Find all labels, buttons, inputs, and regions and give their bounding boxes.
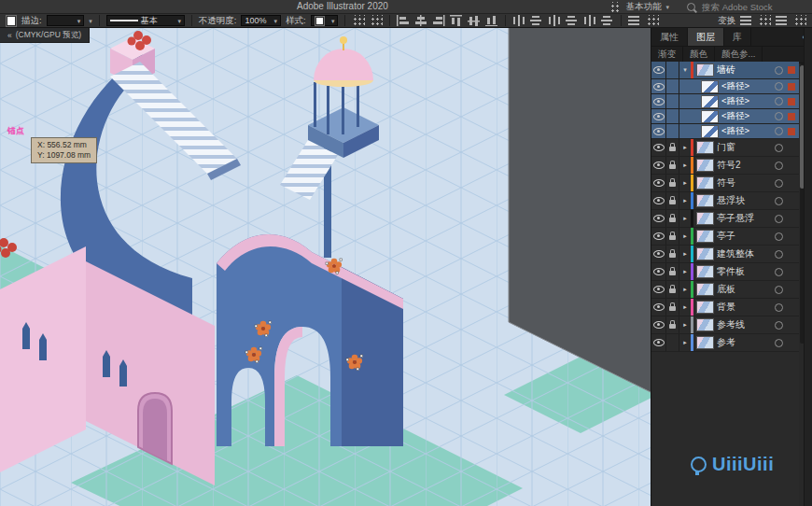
layer-name[interactable]: 亭子 <box>717 230 775 243</box>
chevron-right-icon[interactable]: ▸ <box>679 139 691 156</box>
chevron-right-icon[interactable]: ▸ <box>679 246 691 262</box>
visibility-toggle[interactable] <box>651 79 666 93</box>
distribute-spacing-v-icon[interactable] <box>566 15 579 26</box>
lock-toggle[interactable] <box>666 316 679 333</box>
lock-toggle[interactable] <box>666 62 679 78</box>
chevron-right-icon[interactable]: ▸ <box>679 228 691 245</box>
lock-toggle[interactable] <box>666 157 679 174</box>
lock-toggle[interactable] <box>666 109 679 123</box>
visibility-toggle[interactable] <box>651 246 666 262</box>
stroke-weight-combo[interactable]: ▾ <box>47 15 85 26</box>
target-circle-icon[interactable] <box>775 179 783 188</box>
layer-name[interactable]: 参考 <box>717 336 775 349</box>
graphic-style-combo[interactable]: ▾ <box>311 15 339 26</box>
recolor-artwork-icon[interactable] <box>352 15 365 26</box>
layer-name[interactable]: 符号2 <box>717 159 775 172</box>
more-options-icon[interactable] <box>793 15 806 26</box>
target-circle-icon[interactable] <box>775 303 783 312</box>
visibility-toggle[interactable] <box>651 124 666 138</box>
target-circle-icon[interactable] <box>775 66 783 75</box>
distribute-left-icon[interactable] <box>583 15 596 26</box>
lock-toggle[interactable] <box>666 210 679 227</box>
visibility-toggle[interactable] <box>651 109 666 123</box>
visibility-toggle[interactable] <box>651 175 666 191</box>
align-left-icon[interactable] <box>397 15 410 26</box>
layer-name[interactable]: 建筑整体 <box>717 247 775 260</box>
chevron-down-icon[interactable]: ▾ <box>679 62 691 78</box>
visibility-toggle[interactable] <box>651 157 666 174</box>
chevron-right-icon[interactable]: ▸ <box>679 192 691 209</box>
target-circle-icon[interactable] <box>775 250 783 259</box>
layer-thumbnail[interactable] <box>696 212 714 225</box>
layer-row-path[interactable]: <路径> <box>651 109 799 124</box>
transform-options-icon[interactable] <box>740 15 753 26</box>
chevron-right-icon[interactable]: ▸ <box>679 210 691 227</box>
target-circle-icon[interactable] <box>775 112 783 120</box>
layer-row[interactable]: ▸符号2 <box>651 157 799 175</box>
layer-row[interactable]: ▸底板 <box>651 281 799 299</box>
distribute-spacing-icon[interactable] <box>548 15 561 26</box>
tab-layers[interactable]: 图层 <box>688 28 724 46</box>
align-middle-icon[interactable] <box>468 15 481 26</box>
visibility-toggle[interactable] <box>651 62 666 78</box>
layer-row[interactable]: ▸背景 <box>651 299 799 316</box>
layer-thumbnail[interactable] <box>696 63 714 77</box>
align-options-icon[interactable] <box>628 15 641 26</box>
layer-thumbnail[interactable] <box>696 301 714 314</box>
layer-row-path[interactable]: <路径> <box>651 79 799 94</box>
layer-thumbnail[interactable] <box>701 95 719 108</box>
layer-thumbnail[interactable] <box>696 159 714 172</box>
layer-row[interactable]: ▸建筑整体 <box>651 246 799 263</box>
chevron-right-icon[interactable]: ▸ <box>679 281 691 298</box>
layer-row[interactable]: ▸门窗 <box>651 139 799 157</box>
document-tab[interactable]: « (CMYK/GPU 预览) <box>0 28 90 43</box>
lock-toggle[interactable] <box>666 192 679 209</box>
target-circle-icon[interactable] <box>775 321 783 330</box>
align-right-icon[interactable] <box>432 15 445 26</box>
layer-thumbnail[interactable] <box>696 141 714 154</box>
layer-name[interactable]: 门窗 <box>717 141 775 154</box>
layer-row[interactable]: ▾墙砖 <box>651 62 799 79</box>
tab-gradient[interactable]: 渐变 <box>651 47 683 63</box>
layer-thumbnail[interactable] <box>696 247 714 260</box>
search-icon[interactable] <box>687 3 695 11</box>
layer-thumbnail[interactable] <box>696 336 714 349</box>
tab-properties[interactable]: 属性 <box>651 28 688 46</box>
target-circle-icon[interactable] <box>775 162 783 170</box>
layer-thumbnail[interactable] <box>701 125 719 138</box>
lock-toggle[interactable] <box>666 299 679 316</box>
layer-row[interactable]: ▸参考 <box>651 334 799 352</box>
distribute-horizontal-icon[interactable] <box>512 15 525 26</box>
layer-name[interactable]: 悬浮块 <box>717 194 775 207</box>
layer-name[interactable]: <路径> <box>721 95 775 107</box>
reference-point-icon[interactable] <box>758 15 771 26</box>
layer-name[interactable]: 底板 <box>717 283 775 296</box>
target-circle-icon[interactable] <box>775 339 783 347</box>
target-circle-icon[interactable] <box>775 97 783 105</box>
target-circle-icon[interactable] <box>775 232 783 241</box>
lock-toggle[interactable] <box>666 228 679 245</box>
chevron-right-icon[interactable]: ▸ <box>679 175 691 191</box>
visibility-toggle[interactable] <box>651 334 666 351</box>
transform-label[interactable]: 变换 <box>718 15 735 27</box>
layer-thumbnail[interactable] <box>696 230 714 243</box>
layer-row[interactable]: ▸亭子悬浮 <box>651 210 799 228</box>
layer-name[interactable]: 背景 <box>717 301 775 314</box>
lock-toggle[interactable] <box>666 94 679 108</box>
lock-toggle[interactable] <box>666 139 679 156</box>
layer-row-path[interactable]: <路径> <box>651 94 799 109</box>
chevron-right-icon[interactable]: ▸ <box>679 157 691 174</box>
visibility-toggle[interactable] <box>651 281 666 298</box>
visibility-toggle[interactable] <box>651 263 666 280</box>
stock-search-input[interactable] <box>700 1 806 13</box>
lock-toggle[interactable] <box>666 334 679 351</box>
layer-row[interactable]: ▸悬浮块 <box>651 192 799 210</box>
target-circle-icon[interactable] <box>775 127 783 135</box>
brush-definition-combo[interactable]: 基本 ▾ <box>106 15 185 26</box>
shape-options-icon[interactable] <box>370 15 383 26</box>
arrange-icon[interactable] <box>646 15 659 26</box>
layer-thumbnail[interactable] <box>696 194 714 207</box>
tab-libraries[interactable]: 库 <box>724 28 751 46</box>
workspace-label[interactable]: 基本功能 <box>625 1 661 13</box>
opacity-combo[interactable]: 100% ▾ <box>241 15 280 26</box>
